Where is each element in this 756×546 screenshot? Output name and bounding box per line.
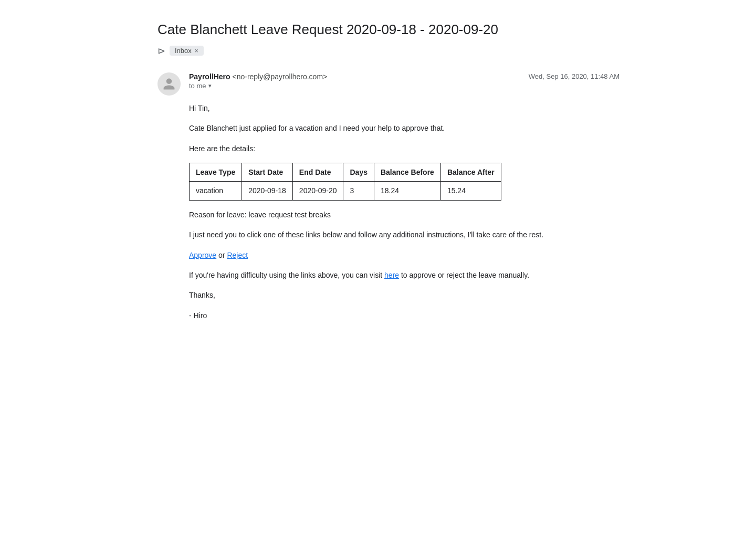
col-leave-type: Leave Type: [190, 163, 242, 181]
leave-details-table: Leave Type Start Date End Date Days Bala…: [189, 163, 501, 201]
approve-link[interactable]: Approve: [189, 251, 216, 259]
chevron-down-icon: ▾: [208, 82, 212, 89]
instruction-paragraph: I just need you to click one of these li…: [189, 229, 620, 240]
greeting: Hi Tin,: [189, 102, 620, 114]
intro-paragraph: Cate Blanchett just applied for a vacati…: [189, 122, 620, 134]
here-link[interactable]: here: [384, 271, 399, 279]
difficulty-paragraph: If you're having difficulty using the li…: [189, 269, 620, 281]
sender-row: PayrollHero <no-reply@payrollhero.com> W…: [189, 72, 620, 81]
inbox-label-close-icon[interactable]: ×: [195, 47, 198, 55]
email-body: Hi Tin, Cate Blanchett just applied for …: [189, 102, 620, 321]
sender-info: PayrollHero <no-reply@payrollhero.com>: [189, 72, 327, 81]
label-arrow-icon: ⊳: [158, 45, 165, 57]
avatar: [158, 72, 181, 96]
email-date: Wed, Sep 16, 2020, 11:48 AM: [529, 72, 620, 80]
table-cell: 15.24: [440, 182, 501, 200]
table-cell: 2020-09-20: [292, 182, 343, 200]
signature-paragraph: - Hiro: [189, 310, 620, 321]
reject-link[interactable]: Reject: [227, 251, 248, 259]
inbox-label-badge[interactable]: Inbox ×: [170, 46, 204, 56]
col-balance-before: Balance Before: [374, 163, 440, 181]
email-message: PayrollHero <no-reply@payrollhero.com> W…: [158, 72, 620, 330]
reason-paragraph: Reason for leave: leave request test bre…: [189, 209, 620, 220]
details-label: Here are the details:: [189, 143, 620, 154]
sender-name: PayrollHero: [189, 72, 230, 81]
table-row: vacation2020-09-182020-09-20318.2415.24: [190, 182, 501, 200]
table-cell: vacation: [190, 182, 242, 200]
col-balance-after: Balance After: [440, 163, 501, 181]
table-cell: 3: [343, 182, 374, 200]
difficulty-text-before: If you're having difficulty using the li…: [189, 271, 384, 279]
to-me-row[interactable]: to me ▾: [189, 82, 620, 90]
table-cell: 2020-09-18: [242, 182, 293, 200]
difficulty-text-after: to approve or reject the leave manually.: [399, 271, 529, 279]
table-header-row: Leave Type Start Date End Date Days Bala…: [190, 163, 501, 181]
email-subject: Cate Blanchett Leave Request 2020-09-18 …: [158, 21, 620, 39]
table-cell: 18.24: [374, 182, 440, 200]
sender-email: <no-reply@payrollhero.com>: [232, 72, 327, 81]
thanks-paragraph: Thanks,: [189, 289, 620, 301]
action-links-row: Approve or Reject: [189, 249, 620, 261]
to-me-text: to me: [189, 82, 206, 90]
email-container: Cate Blanchett Leave Request 2020-09-18 …: [126, 0, 630, 351]
col-days: Days: [343, 163, 374, 181]
email-labels-row: ⊳ Inbox ×: [158, 45, 620, 57]
email-header-info: PayrollHero <no-reply@payrollhero.com> W…: [189, 72, 620, 330]
inbox-label-text: Inbox: [175, 47, 192, 55]
col-end-date: End Date: [292, 163, 343, 181]
or-text: or: [216, 251, 227, 259]
col-start-date: Start Date: [242, 163, 293, 181]
